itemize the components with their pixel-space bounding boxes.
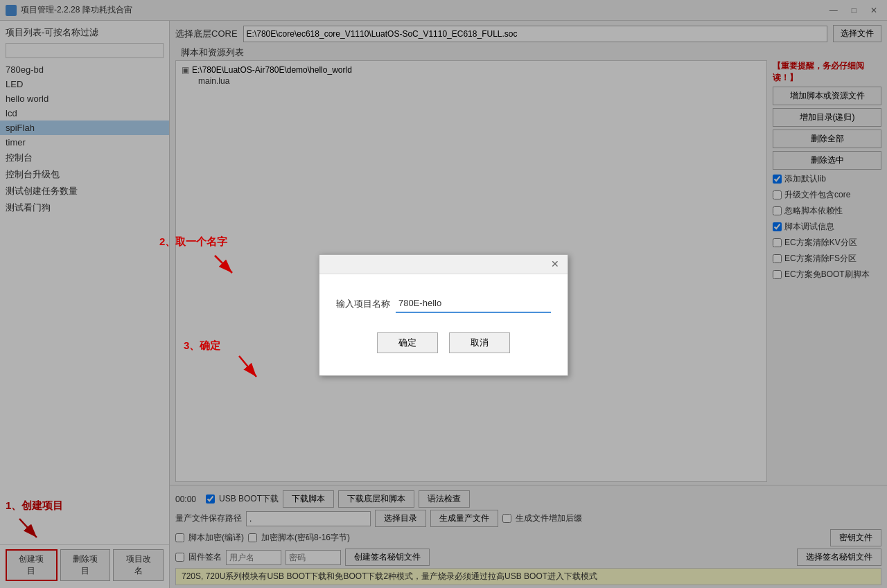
svg-line-3: [215, 256, 232, 273]
modal-confirm-button[interactable]: 确定: [377, 332, 438, 353]
modal-field-label: 输入项目名称: [336, 298, 390, 310]
modal-titlebar: ✕: [319, 255, 568, 274]
modal-dialog: ✕ 输入项目名称 确定 取消: [319, 254, 568, 376]
annotation-step2: 2、取一个名字: [159, 235, 243, 249]
annotation-step3: 3、确定: [184, 339, 267, 353]
svg-line-5: [239, 356, 256, 377]
annotation-step2-container: 2、取一个名字: [159, 235, 243, 285]
arrow-step2: [159, 249, 243, 283]
modal-overlay: 2、取一个名字 3、确定 ✕ 输入项目名称: [0, 0, 887, 588]
modal-buttons: 确定 取消: [336, 327, 551, 362]
modal-close-button[interactable]: ✕: [547, 257, 563, 271]
modal-project-name-input[interactable]: [396, 295, 551, 313]
modal-body: 输入项目名称 确定 取消: [319, 274, 568, 375]
annotation-step3-container: 3、确定: [184, 339, 267, 389]
modal-cancel-button[interactable]: 取消: [449, 332, 510, 353]
arrow-step3: [184, 353, 267, 387]
modal-field: 输入项目名称: [336, 295, 551, 313]
